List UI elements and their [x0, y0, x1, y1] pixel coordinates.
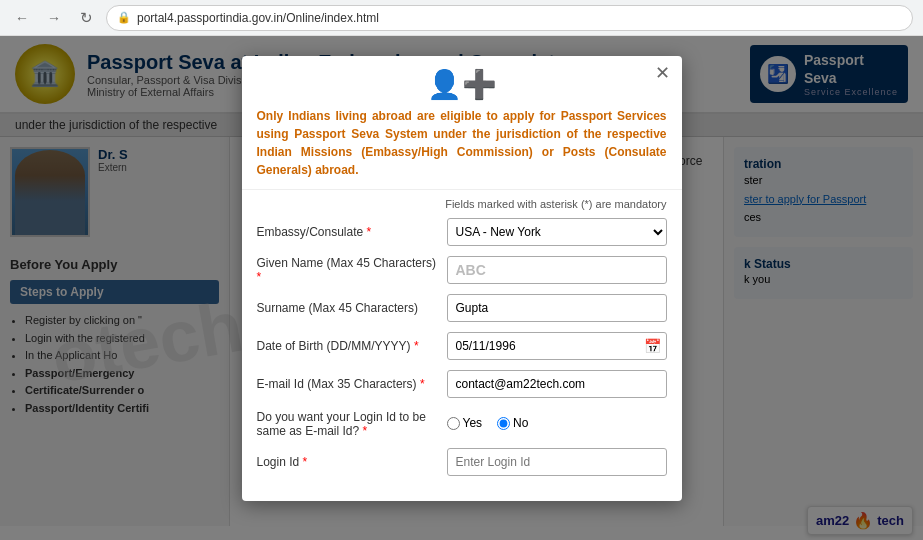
- email-input[interactable]: [447, 370, 667, 398]
- dob-input[interactable]: [447, 332, 667, 360]
- radio-no[interactable]: [497, 417, 510, 430]
- lock-icon: 🔒: [117, 11, 131, 24]
- modal-overlay: 👤➕ ✕ Only Indians living abroad are elig…: [0, 36, 923, 540]
- email-required: *: [420, 377, 425, 391]
- mandatory-note: Fields marked with asterisk (*) are mand…: [257, 198, 667, 210]
- address-bar[interactable]: 🔒 portal4.passportindia.gov.in/Online/in…: [106, 5, 913, 31]
- login-id-required: *: [303, 455, 308, 469]
- radio-no-label[interactable]: No: [497, 416, 528, 430]
- given-name-input-placeholder: ABC: [447, 256, 667, 284]
- back-button[interactable]: ←: [10, 6, 34, 30]
- radio-yes-label[interactable]: Yes: [447, 416, 483, 430]
- embassy-select[interactable]: USA - New YorkUSA - ChicagoUSA - Houston…: [447, 218, 667, 246]
- radio-yes[interactable]: [447, 417, 460, 430]
- modal-notice-text: Only Indians living abroad are eligible …: [242, 101, 682, 189]
- login-same-radio-group: Yes No: [447, 416, 667, 430]
- forward-button[interactable]: →: [42, 6, 66, 30]
- embassy-required: *: [367, 225, 372, 239]
- login-id-row: Login Id *: [257, 448, 667, 476]
- reload-button[interactable]: ↻: [74, 6, 98, 30]
- page-content: 🏛️ Passport Seva at Indian Embassies and…: [0, 36, 923, 540]
- embassy-label: Embassy/Consulate *: [257, 225, 437, 239]
- modal-person-icon: 👤➕: [427, 68, 497, 101]
- login-same-label: Do you want your Login Id to be same as …: [257, 408, 437, 438]
- login-id-input[interactable]: [447, 448, 667, 476]
- browser-chrome: ← → ↻ 🔒 portal4.passportindia.gov.in/Onl…: [0, 0, 923, 36]
- email-label: E-mail Id (Max 35 Characters) *: [257, 377, 437, 391]
- login-same-required: *: [363, 424, 368, 438]
- modal-body: Fields marked with asterisk (*) are mand…: [242, 189, 682, 501]
- given-name-row: Given Name (Max 45 Characters) * ABC: [257, 256, 667, 284]
- surname-row: Surname (Max 45 Characters): [257, 294, 667, 322]
- dob-input-wrapper: 📅: [447, 332, 667, 360]
- given-name-required: *: [257, 270, 262, 284]
- surname-input[interactable]: [447, 294, 667, 322]
- login-same-row: Do you want your Login Id to be same as …: [257, 408, 667, 438]
- given-name-label: Given Name (Max 45 Characters) *: [257, 256, 437, 284]
- email-row: E-mail Id (Max 35 Characters) *: [257, 370, 667, 398]
- login-id-label: Login Id *: [257, 455, 437, 469]
- url-text: portal4.passportindia.gov.in/Online/inde…: [137, 11, 379, 25]
- dob-label: Date of Birth (DD/MM/YYYY) *: [257, 339, 437, 353]
- embassy-row: Embassy/Consulate * USA - New YorkUSA - …: [257, 218, 667, 246]
- modal-header: 👤➕ ✕: [242, 56, 682, 101]
- modal-close-button[interactable]: ✕: [655, 64, 670, 82]
- dob-row: Date of Birth (DD/MM/YYYY) * 📅: [257, 332, 667, 360]
- surname-label: Surname (Max 45 Characters): [257, 301, 437, 315]
- modal-dialog: 👤➕ ✕ Only Indians living abroad are elig…: [242, 56, 682, 501]
- dob-required: *: [414, 339, 419, 353]
